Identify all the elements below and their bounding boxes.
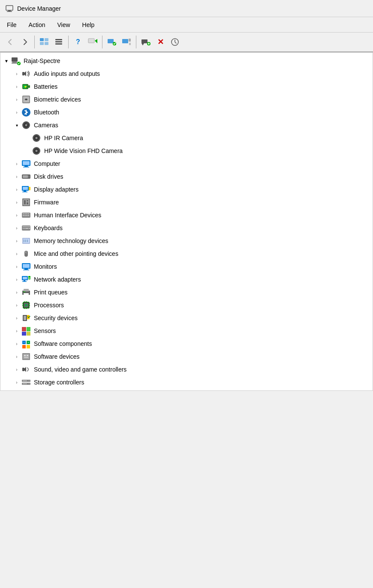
tree-item-cameras[interactable]: ▾ Cameras (0, 119, 373, 132)
disk-icon (21, 171, 31, 182)
tree-item-monitors[interactable]: › Monitors (0, 260, 373, 273)
tree-item-batteries[interactable]: › Batteries (0, 80, 373, 93)
tree-item-sensors[interactable]: › Sensors (0, 324, 373, 337)
tree-item-hp-fhd-camera[interactable]: › HP Wide Vision FHD Camera (0, 144, 373, 157)
tree-item-bluetooth[interactable]: › Bluetooth (0, 106, 373, 119)
svg-rect-80 (28, 226, 29, 227)
menu-file[interactable]: File (2, 20, 22, 30)
title-bar-text: Device Manager (17, 5, 61, 12)
svg-point-55 (28, 176, 29, 177)
svg-rect-51 (23, 167, 29, 168)
cameras-label: Cameras (34, 122, 58, 129)
svg-rect-57 (23, 187, 28, 190)
svg-rect-123 (27, 327, 30, 331)
security-arrow: › (12, 314, 21, 322)
display-icon (21, 184, 31, 195)
add-driver-button[interactable] (139, 35, 153, 49)
svg-rect-15 (129, 39, 131, 42)
scan-button[interactable] (105, 35, 119, 49)
software-dev-label: Software devices (34, 353, 80, 360)
resource-view-button[interactable] (86, 35, 99, 49)
toolbar: ? ✕ (0, 33, 373, 52)
hid-label: Human Interface Devices (34, 212, 101, 219)
processors-label: Processors (34, 302, 64, 309)
svg-rect-100 (24, 280, 25, 281)
tree-item-storage[interactable]: › Storage controllers (0, 376, 373, 389)
tree-item-security[interactable]: › Security devices (0, 312, 373, 324)
tree-item-computer[interactable]: › Computer (0, 157, 373, 170)
update-button[interactable] (168, 35, 182, 49)
tree-item-disk[interactable]: › Disk drives (0, 170, 373, 183)
svg-rect-1 (8, 10, 11, 11)
svg-rect-7 (55, 39, 62, 40)
bluetooth-icon (21, 107, 31, 117)
firmware-arrow: › (12, 198, 21, 207)
svg-rect-130 (24, 342, 24, 343)
batteries-label: Batteries (34, 83, 57, 90)
sensors-arrow: › (12, 327, 21, 335)
svg-marker-19 (141, 43, 144, 45)
tree-item-hp-ir-camera[interactable]: › HP IR Camera (0, 132, 373, 144)
svg-rect-69 (26, 213, 27, 214)
tree-item-sound[interactable]: › Sound, video and game controllers (0, 363, 373, 376)
tree-root[interactable]: ▼ Rajat-Spectre (0, 54, 373, 67)
hid-arrow: › (12, 211, 21, 219)
tree-item-audio[interactable]: › Audio inputs and outputs (0, 67, 373, 80)
keyboards-icon (21, 223, 31, 233)
svg-rect-81 (29, 226, 30, 227)
tree-item-software-comp[interactable]: › Software components (0, 337, 373, 350)
toolbar-sep-4 (136, 36, 136, 48)
svg-rect-60 (29, 187, 30, 190)
device-manager-view-button[interactable] (37, 35, 51, 49)
tree-item-keyboards[interactable]: › Keyboards (0, 222, 373, 234)
tree-item-network[interactable]: › Network adapters (0, 273, 373, 286)
svg-rect-89 (25, 240, 26, 242)
back-button[interactable] (3, 35, 17, 49)
svg-rect-84 (25, 228, 28, 229)
remove-button[interactable]: ✕ (153, 35, 167, 49)
tree-item-processors[interactable]: › Processors (0, 299, 373, 312)
unknown-devices-button[interactable]: ? (71, 35, 85, 49)
display-label: Display adapters (34, 186, 78, 193)
properties-button[interactable] (120, 35, 133, 49)
svg-rect-3 (40, 38, 44, 41)
mice-icon (21, 249, 31, 259)
menu-help[interactable]: Help (77, 20, 100, 30)
software-dev-arrow: › (12, 352, 21, 361)
tree-item-print[interactable]: › Print queues (0, 286, 373, 299)
tree-item-firmware[interactable]: › Firmware (0, 196, 373, 209)
svg-rect-71 (23, 215, 24, 216)
tree-item-display[interactable]: › Display adapters (0, 183, 373, 196)
svg-rect-133 (23, 354, 29, 359)
biometric-label: Biometric devices (34, 96, 81, 103)
tree-item-memory[interactable]: › Memory technology devices (0, 234, 373, 247)
tree-item-software-dev[interactable]: › Software devices (0, 350, 373, 363)
monitors-arrow: › (12, 262, 21, 271)
list-view-button[interactable] (52, 35, 66, 49)
svg-rect-23 (12, 62, 17, 63)
monitors-label: Monitors (34, 263, 57, 270)
hp-ir-camera-icon (31, 133, 42, 143)
sound-icon (21, 364, 31, 375)
tree-panel: ▼ Rajat-Spectre › Audio inputs and outpu… (0, 52, 373, 391)
svg-rect-79 (27, 226, 27, 227)
root-label: Rajat-Spectre (24, 57, 60, 64)
hp-fhd-camera-label: HP Wide Vision FHD Camera (44, 147, 123, 154)
svg-rect-9 (55, 43, 62, 45)
svg-point-47 (36, 150, 37, 152)
cameras-arrow: ▾ (12, 121, 21, 129)
tree-item-biometric[interactable]: › Biometric devices (0, 93, 373, 106)
menu-action[interactable]: Action (24, 20, 51, 30)
batteries-icon (21, 81, 31, 92)
forward-button[interactable] (18, 35, 32, 49)
svg-point-140 (29, 380, 30, 381)
computer-label: Computer (34, 160, 60, 167)
audio-arrow: › (12, 69, 21, 78)
svg-rect-26 (22, 72, 24, 75)
menu-view[interactable]: View (52, 20, 75, 30)
tree-item-hid[interactable]: › Human Interface Devices (0, 209, 373, 222)
svg-point-38 (26, 125, 27, 126)
batteries-arrow: › (12, 82, 21, 91)
svg-rect-90 (27, 240, 28, 242)
tree-item-mice[interactable]: › Mice and other pointing devices (0, 247, 373, 260)
